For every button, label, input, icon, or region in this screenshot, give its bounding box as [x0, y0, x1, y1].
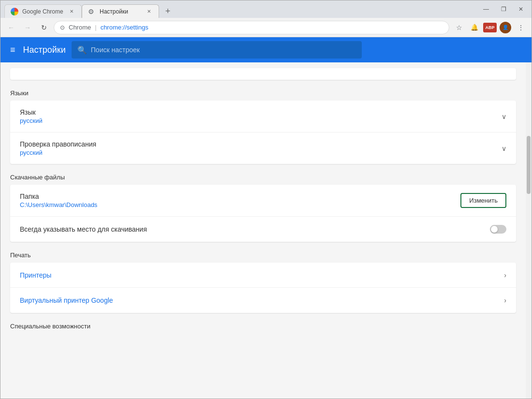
user-avatar-icon: 👤	[500, 22, 511, 33]
print-section-title: Печать	[10, 251, 516, 259]
downloads-section-title: Скачанные файлы	[10, 174, 516, 181]
url-text: chrome://settings	[101, 24, 148, 31]
folder-label: Папка	[20, 192, 460, 200]
close-button[interactable]: ✕	[514, 4, 528, 14]
accessibility-section: Специальные возможности	[10, 323, 516, 343]
addressbar-actions: ☆ 🔔 ABP 👤 ⋮	[452, 21, 528, 34]
language-value: русский	[20, 117, 502, 124]
chrome-favicon-icon	[11, 8, 18, 15]
reload-button[interactable]: ↻	[37, 21, 51, 34]
url-bar[interactable]: ⊙ Chrome | chrome://settings	[54, 21, 449, 34]
hamburger-menu-icon[interactable]: ≡	[8, 43, 17, 57]
url-separator: |	[95, 24, 96, 31]
spellcheck-chevron-icon: ∨	[502, 145, 506, 152]
folder-path: C:\Users\kmwar\Downloads	[20, 201, 460, 208]
scrollbar-track[interactable]	[526, 62, 532, 399]
bell-button[interactable]: 🔔	[468, 21, 481, 34]
titlebar: Google Chrome ✕ ⚙ Настройки ✕ + — ❐ ✕	[0, 0, 532, 18]
more-button[interactable]: ⋮	[514, 21, 528, 34]
printers-label: Принтеры	[20, 271, 504, 279]
search-icon: 🔍	[77, 45, 87, 55]
virtual-printer-label: Виртуальный принтер Google	[20, 296, 504, 304]
tab-settings[interactable]: ⚙ Настройки ✕	[82, 4, 159, 18]
maximize-button[interactable]: ❐	[497, 4, 510, 14]
window-controls: — ❐ ✕	[479, 4, 528, 14]
settings-search-input[interactable]	[91, 46, 356, 54]
downloads-section: Скачанные файлы Папка C:\Users\kmwar\Dow…	[10, 174, 516, 242]
always-ask-row: Всегда указывать место для скачивания	[10, 217, 516, 242]
chrome-settings-header: ≡ Настройки 🔍	[0, 37, 532, 62]
gear-favicon-icon: ⚙	[88, 8, 96, 15]
virtual-printer-row[interactable]: Виртуальный принтер Google ›	[10, 288, 516, 313]
settings-main: Языки Язык русский ∨	[0, 62, 526, 399]
change-folder-button[interactable]: Изменить	[460, 193, 506, 208]
spellcheck-label: Проверка правописания	[20, 140, 502, 148]
spellcheck-row[interactable]: Проверка правописания русский ∨	[10, 133, 516, 164]
tab-close-chrome[interactable]: ✕	[68, 8, 75, 15]
language-row[interactable]: Язык русский ∨	[10, 101, 516, 133]
language-label: Язык	[20, 108, 502, 116]
toggle-knob	[491, 226, 498, 233]
languages-card: Язык русский ∨ Проверка правописания рус…	[10, 101, 516, 164]
always-ask-label: Всегда указывать место для скачивания	[20, 225, 490, 233]
downloads-card: Папка C:\Users\kmwar\Downloads Изменить …	[10, 185, 516, 242]
profile-avatar[interactable]: 👤	[499, 21, 512, 34]
language-chevron-icon: ∨	[502, 113, 506, 120]
minimize-button[interactable]: —	[479, 4, 493, 14]
tabs-area: Google Chrome ✕ ⚙ Настройки ✕ +	[4, 0, 477, 18]
accessibility-section-title: Специальные возможности	[10, 323, 516, 330]
tab-label-settings: Настройки	[100, 8, 128, 15]
printers-arrow-icon: ›	[504, 271, 506, 279]
star-button[interactable]: ☆	[452, 21, 466, 34]
addressbar: ← → ↻ ⊙ Chrome | chrome://settings ☆ 🔔 A…	[0, 18, 532, 37]
languages-section: Языки Язык русский ∨	[10, 89, 516, 164]
print-section: Печать Принтеры › Виртуальный принтер Go…	[10, 251, 516, 313]
forward-button[interactable]: →	[21, 21, 34, 34]
settings-scroll: Языки Язык русский ∨	[0, 68, 526, 343]
virtual-printer-arrow-icon: ›	[504, 296, 506, 304]
spellcheck-info: Проверка правописания русский	[20, 140, 502, 156]
adblock-button[interactable]: ABP	[483, 23, 497, 32]
content-area: Языки Язык русский ∨	[0, 62, 532, 399]
folder-info: Папка C:\Users\kmwar\Downloads	[20, 192, 460, 208]
back-button[interactable]: ←	[4, 21, 18, 34]
settings-page-title: Настройки	[23, 45, 66, 55]
tab-close-settings[interactable]: ✕	[145, 8, 153, 15]
printers-row[interactable]: Принтеры ›	[10, 263, 516, 288]
scrollbar-thumb[interactable]	[527, 136, 531, 194]
language-info: Язык русский	[20, 108, 502, 124]
languages-section-title: Языки	[10, 89, 516, 97]
spellcheck-value: русский	[20, 149, 502, 156]
new-tab-button[interactable]: +	[161, 4, 175, 18]
lock-icon: ⊙	[60, 24, 65, 31]
chrome-label: Chrome	[69, 24, 91, 31]
settings-search-box[interactable]: 🔍	[72, 41, 362, 59]
top-card-stub	[10, 68, 516, 80]
tab-label-chrome: Google Chrome	[22, 8, 63, 15]
folder-row: Папка C:\Users\kmwar\Downloads Изменить	[10, 185, 516, 217]
tab-google-chrome[interactable]: Google Chrome ✕	[4, 4, 82, 18]
print-card: Принтеры › Виртуальный принтер Google ›	[10, 263, 516, 313]
always-ask-toggle[interactable]	[490, 225, 506, 234]
browser-window: Google Chrome ✕ ⚙ Настройки ✕ + — ❐ ✕ ← …	[0, 0, 532, 399]
